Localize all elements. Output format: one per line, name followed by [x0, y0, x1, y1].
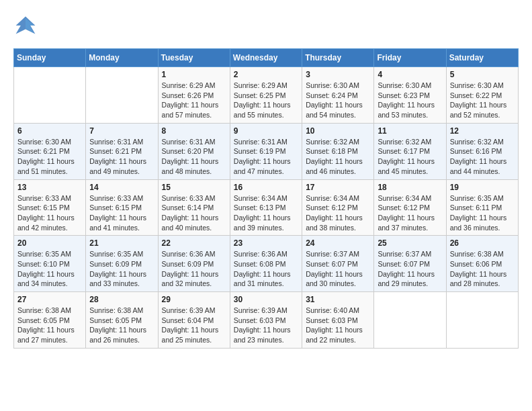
day-info: Sunrise: 6:30 AMSunset: 6:24 PMDaylight:…	[306, 81, 370, 120]
day-info: Sunrise: 6:37 AMSunset: 6:07 PMDaylight:…	[306, 249, 370, 289]
day-info: Sunrise: 6:30 AMSunset: 6:23 PMDaylight:…	[378, 81, 442, 120]
calendar-cell: 26 Sunrise: 6:38 AMSunset: 6:06 PMDaylig…	[446, 236, 518, 292]
day-info: Sunrise: 6:29 AMSunset: 6:25 PMDaylight:…	[234, 81, 298, 120]
day-info: Sunrise: 6:38 AMSunset: 6:06 PMDaylight:…	[450, 249, 515, 289]
calendar-cell: 19 Sunrise: 6:35 AMSunset: 6:11 PMDaylig…	[446, 179, 518, 236]
day-number: 13	[17, 183, 82, 192]
page-header	[13, 13, 519, 38]
day-info: Sunrise: 6:38 AMSunset: 6:05 PMDaylight:…	[89, 306, 154, 345]
calendar-cell	[446, 292, 518, 349]
day-number: 20	[17, 238, 82, 248]
logo-icon	[13, 13, 38, 38]
calendar-cell: 28 Sunrise: 6:38 AMSunset: 6:05 PMDaylig…	[86, 292, 158, 349]
calendar-cell: 29 Sunrise: 6:39 AMSunset: 6:04 PMDaylig…	[158, 292, 230, 349]
calendar-cell: 6 Sunrise: 6:30 AMSunset: 6:21 PMDayligh…	[14, 123, 86, 179]
calendar-table: SundayMondayTuesdayWednesdayThursdayFrid…	[13, 48, 519, 349]
day-info: Sunrise: 6:36 AMSunset: 6:09 PMDaylight:…	[162, 249, 226, 289]
day-number: 3	[306, 70, 370, 79]
calendar-cell: 23 Sunrise: 6:36 AMSunset: 6:08 PMDaylig…	[230, 236, 302, 292]
day-number: 14	[89, 183, 154, 192]
calendar-cell: 7 Sunrise: 6:31 AMSunset: 6:21 PMDayligh…	[86, 123, 158, 179]
day-number: 11	[378, 126, 442, 136]
day-info: Sunrise: 6:32 AMSunset: 6:18 PMDaylight:…	[306, 137, 370, 177]
day-number: 5	[450, 70, 515, 79]
day-number: 17	[306, 183, 370, 192]
day-info: Sunrise: 6:40 AMSunset: 6:03 PMDaylight:…	[306, 306, 370, 345]
day-info: Sunrise: 6:29 AMSunset: 6:26 PMDaylight:…	[162, 81, 226, 120]
calendar-cell	[86, 67, 158, 124]
day-info: Sunrise: 6:39 AMSunset: 6:03 PMDaylight:…	[234, 306, 298, 345]
calendar-cell: 18 Sunrise: 6:34 AMSunset: 6:12 PMDaylig…	[374, 179, 446, 236]
day-info: Sunrise: 6:35 AMSunset: 6:10 PMDaylight:…	[17, 249, 82, 289]
day-number: 6	[17, 126, 82, 136]
calendar-cell: 25 Sunrise: 6:37 AMSunset: 6:07 PMDaylig…	[374, 236, 446, 292]
calendar-cell: 4 Sunrise: 6:30 AMSunset: 6:23 PMDayligh…	[374, 67, 446, 124]
day-number: 1	[162, 70, 226, 79]
day-number: 25	[378, 238, 442, 248]
day-number: 31	[306, 295, 370, 304]
calendar-header-row: SundayMondayTuesdayWednesdayThursdayFrid…	[14, 49, 519, 67]
day-info: Sunrise: 6:34 AMSunset: 6:12 PMDaylight:…	[306, 193, 370, 233]
calendar-cell: 22 Sunrise: 6:36 AMSunset: 6:09 PMDaylig…	[158, 236, 230, 292]
day-number: 29	[162, 295, 226, 304]
day-number: 10	[306, 126, 370, 136]
day-info: Sunrise: 6:32 AMSunset: 6:17 PMDaylight:…	[378, 137, 442, 177]
day-number: 12	[450, 126, 515, 136]
day-number: 27	[17, 295, 82, 304]
calendar-cell: 16 Sunrise: 6:34 AMSunset: 6:13 PMDaylig…	[230, 179, 302, 236]
logo	[13, 13, 40, 38]
day-info: Sunrise: 6:36 AMSunset: 6:08 PMDaylight:…	[234, 249, 298, 289]
day-number: 24	[306, 238, 370, 248]
day-info: Sunrise: 6:33 AMSunset: 6:14 PMDaylight:…	[162, 193, 226, 233]
day-number: 15	[162, 183, 226, 192]
calendar-cell: 5 Sunrise: 6:30 AMSunset: 6:22 PMDayligh…	[446, 67, 518, 124]
calendar-cell: 2 Sunrise: 6:29 AMSunset: 6:25 PMDayligh…	[230, 67, 302, 124]
day-number: 7	[89, 126, 154, 136]
day-number: 19	[450, 183, 515, 192]
day-number: 22	[162, 238, 226, 248]
day-number: 16	[234, 183, 298, 192]
day-info: Sunrise: 6:38 AMSunset: 6:05 PMDaylight:…	[17, 306, 82, 345]
calendar-cell: 3 Sunrise: 6:30 AMSunset: 6:24 PMDayligh…	[302, 67, 374, 124]
calendar-cell	[14, 67, 86, 124]
calendar-header-monday: Monday	[86, 49, 158, 67]
calendar-cell: 20 Sunrise: 6:35 AMSunset: 6:10 PMDaylig…	[14, 236, 86, 292]
day-info: Sunrise: 6:39 AMSunset: 6:04 PMDaylight:…	[162, 306, 226, 345]
calendar-header-sunday: Sunday	[14, 49, 86, 67]
calendar-cell: 17 Sunrise: 6:34 AMSunset: 6:12 PMDaylig…	[302, 179, 374, 236]
day-info: Sunrise: 6:33 AMSunset: 6:15 PMDaylight:…	[17, 193, 82, 233]
day-number: 21	[89, 238, 154, 248]
day-info: Sunrise: 6:32 AMSunset: 6:16 PMDaylight:…	[450, 137, 515, 177]
day-info: Sunrise: 6:30 AMSunset: 6:22 PMDaylight:…	[450, 81, 515, 120]
day-info: Sunrise: 6:35 AMSunset: 6:09 PMDaylight:…	[89, 249, 154, 289]
calendar-cell: 9 Sunrise: 6:31 AMSunset: 6:19 PMDayligh…	[230, 123, 302, 179]
day-number: 9	[234, 126, 298, 136]
calendar-week-row: 1 Sunrise: 6:29 AMSunset: 6:26 PMDayligh…	[14, 67, 519, 124]
calendar-cell: 27 Sunrise: 6:38 AMSunset: 6:05 PMDaylig…	[14, 292, 86, 349]
calendar-week-row: 13 Sunrise: 6:33 AMSunset: 6:15 PMDaylig…	[14, 179, 519, 236]
calendar-cell: 21 Sunrise: 6:35 AMSunset: 6:09 PMDaylig…	[86, 236, 158, 292]
day-info: Sunrise: 6:31 AMSunset: 6:21 PMDaylight:…	[89, 137, 154, 177]
calendar-cell: 15 Sunrise: 6:33 AMSunset: 6:14 PMDaylig…	[158, 179, 230, 236]
day-info: Sunrise: 6:35 AMSunset: 6:11 PMDaylight:…	[450, 193, 515, 233]
calendar-cell: 13 Sunrise: 6:33 AMSunset: 6:15 PMDaylig…	[14, 179, 86, 236]
day-number: 30	[234, 295, 298, 304]
day-number: 18	[378, 183, 442, 192]
calendar-cell: 30 Sunrise: 6:39 AMSunset: 6:03 PMDaylig…	[230, 292, 302, 349]
day-info: Sunrise: 6:31 AMSunset: 6:19 PMDaylight:…	[234, 137, 298, 177]
calendar-header-wednesday: Wednesday	[230, 49, 302, 67]
calendar-week-row: 27 Sunrise: 6:38 AMSunset: 6:05 PMDaylig…	[14, 292, 519, 349]
calendar-cell: 14 Sunrise: 6:33 AMSunset: 6:15 PMDaylig…	[86, 179, 158, 236]
day-number: 23	[234, 238, 298, 248]
calendar-cell	[374, 292, 446, 349]
day-info: Sunrise: 6:31 AMSunset: 6:20 PMDaylight:…	[162, 137, 226, 177]
calendar-week-row: 20 Sunrise: 6:35 AMSunset: 6:10 PMDaylig…	[14, 236, 519, 292]
calendar-week-row: 6 Sunrise: 6:30 AMSunset: 6:21 PMDayligh…	[14, 123, 519, 179]
calendar-header-friday: Friday	[374, 49, 446, 67]
day-info: Sunrise: 6:37 AMSunset: 6:07 PMDaylight:…	[378, 249, 442, 289]
day-info: Sunrise: 6:34 AMSunset: 6:13 PMDaylight:…	[234, 193, 298, 233]
calendar-cell: 11 Sunrise: 6:32 AMSunset: 6:17 PMDaylig…	[374, 123, 446, 179]
calendar-cell: 24 Sunrise: 6:37 AMSunset: 6:07 PMDaylig…	[302, 236, 374, 292]
calendar-header-saturday: Saturday	[446, 49, 518, 67]
calendar-cell: 12 Sunrise: 6:32 AMSunset: 6:16 PMDaylig…	[446, 123, 518, 179]
